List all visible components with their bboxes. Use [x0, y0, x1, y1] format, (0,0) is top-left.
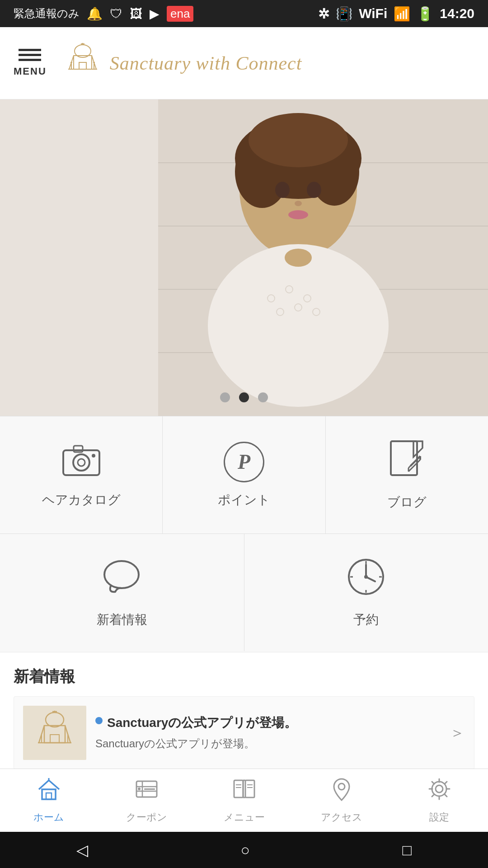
logo-area: Sanctuary with Connect [65, 42, 302, 85]
svg-point-51 [364, 575, 368, 579]
news-headline-text: Sanctuaryの公式アプリが登場。 [107, 714, 297, 731]
menu-label: MENU [14, 66, 47, 77]
grid-item-hair-catalog[interactable]: ヘアカタログ [0, 416, 163, 533]
nav-menu-label: メニュー [224, 811, 265, 824]
news-dot [95, 717, 103, 724]
svg-point-26 [288, 210, 308, 219]
news-body-text: Sanctuaryの公式アプリが登場。 [95, 736, 441, 751]
news-section-title: 新着情報 [14, 666, 474, 687]
reservation-label: 予約 [353, 611, 379, 628]
nav-access-label: アクセス [321, 811, 362, 824]
nav-item-settings[interactable]: 設定 [390, 769, 488, 832]
nav-item-access[interactable]: アクセス [293, 769, 390, 832]
camera-icon [61, 441, 102, 482]
back-button[interactable]: ◁ [76, 841, 88, 859]
shield-icon: 🛡 [110, 6, 122, 21]
clock-status: 14:20 [440, 6, 474, 21]
news-thumb-emblem [34, 710, 75, 756]
grid-row-1: ヘアカタログ P ポイント ブログ [0, 416, 488, 533]
point-icon: P [224, 442, 264, 482]
svg-point-47 [104, 561, 139, 588]
notification-icon1: 🔔 [87, 6, 103, 21]
svg-line-43 [408, 466, 410, 468]
status-right: ✲ 📳 WiFi 📶 🔋 14:20 [318, 6, 474, 22]
access-icon [329, 777, 354, 807]
svg-point-35 [285, 249, 312, 267]
svg-point-22 [249, 113, 348, 167]
vibrate-icon: 📳 [336, 6, 352, 22]
svg-point-25 [295, 201, 302, 206]
point-label: ポイント [218, 491, 270, 509]
emergency-text: 緊急通報のみ [14, 6, 80, 21]
svg-rect-75 [234, 780, 243, 797]
carousel-slide [0, 99, 488, 416]
nav-item-menu[interactable]: メニュー [195, 769, 293, 832]
news-label: 新着情報 [97, 611, 147, 628]
carousel-dot-3[interactable] [258, 392, 268, 402]
hair-catalog-label: ヘアカタログ [42, 491, 121, 509]
status-bar: 緊急通報のみ 🔔 🛡 🖼 ▶ ena ✲ 📳 WiFi 📶 🔋 14:20 [0, 0, 488, 27]
svg-point-40 [92, 454, 95, 458]
carousel-dot-2[interactable] [239, 392, 249, 402]
grid-item-blog[interactable]: ブログ [326, 416, 488, 533]
nav-coupon-label: クーポン [126, 811, 167, 824]
svg-rect-74 [144, 788, 155, 790]
svg-rect-76 [245, 780, 254, 797]
status-left: 緊急通報のみ 🔔 🛡 🖼 ▶ ena [14, 6, 193, 22]
news-arrow-icon: ＞ [450, 722, 465, 743]
svg-rect-4 [79, 62, 86, 69]
logo-emblem-icon [65, 42, 101, 85]
bottom-navigation: ホーム クーポン [0, 769, 488, 832]
svg-point-86 [432, 782, 446, 796]
menu-button[interactable]: MENU [14, 49, 47, 77]
recent-button[interactable]: □ [403, 841, 412, 859]
chat-icon [102, 557, 142, 602]
nav-item-coupon[interactable]: クーポン [98, 769, 195, 832]
svg-point-38 [78, 459, 85, 466]
svg-point-84 [338, 783, 345, 790]
coupon-icon [134, 777, 159, 807]
hero-carousel[interactable] [0, 99, 488, 416]
battery-icon: 🔋 [417, 6, 433, 22]
svg-point-56 [46, 712, 64, 727]
svg-rect-67 [46, 793, 52, 799]
svg-point-28 [208, 244, 389, 407]
system-nav-bar: ◁ ○ □ [0, 832, 488, 868]
svg-rect-66 [42, 789, 56, 799]
ena-icon: ena [167, 6, 193, 22]
svg-rect-12 [0, 99, 158, 416]
grid-menu: ヘアカタログ P ポイント ブログ [0, 416, 488, 651]
nav-home-label: ホーム [33, 811, 64, 824]
bluetooth-icon: ✲ [318, 6, 329, 22]
sim-icon: 📶 [394, 6, 410, 22]
nav-settings-label: 設定 [429, 811, 449, 824]
app-header: MENU Sanctuary with Connect [0, 27, 488, 99]
image-icon: 🖼 [130, 6, 142, 21]
blog-icon [389, 439, 425, 485]
svg-point-24 [307, 182, 321, 198]
nav-item-home[interactable]: ホーム [0, 769, 98, 832]
carousel-dot-1[interactable] [220, 392, 230, 402]
news-card[interactable]: Sanctuaryの公式アプリが登場。 Sanctuaryの公式アプリが登場。 … [14, 696, 474, 769]
home-button[interactable]: ○ [240, 841, 250, 859]
grid-row-2: 新着情報 予約 [0, 533, 488, 651]
settings-icon [427, 777, 452, 807]
grid-item-reservation[interactable]: 予約 [244, 534, 488, 651]
news-headline: Sanctuaryの公式アプリが登場。 [95, 714, 441, 731]
logo-text: Sanctuary with Connect [110, 52, 302, 74]
news-thumbnail [23, 706, 86, 760]
svg-point-73 [138, 788, 141, 790]
svg-point-23 [275, 182, 290, 198]
blog-label: ブログ [387, 494, 427, 511]
news-content: Sanctuaryの公式アプリが登場。 Sanctuaryの公式アプリが登場。 [95, 714, 441, 751]
svg-rect-60 [50, 735, 59, 743]
home-icon [37, 777, 61, 807]
svg-point-37 [73, 454, 89, 471]
news-section: 新着情報 Sanctuaryの公 [0, 653, 488, 783]
grid-item-point[interactable]: P ポイント [163, 416, 325, 533]
carousel-dots [220, 392, 268, 402]
wifi-icon: WiFi [359, 6, 387, 21]
grid-item-news[interactable]: 新着情報 [0, 534, 244, 651]
svg-point-85 [436, 785, 443, 793]
play-icon: ▶ [150, 6, 160, 21]
